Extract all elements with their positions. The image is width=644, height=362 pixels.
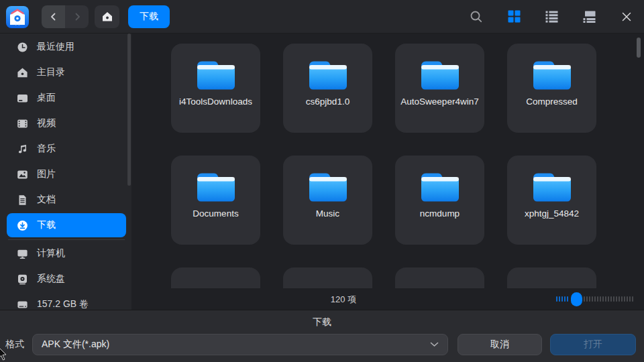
- folder-icon: [530, 56, 574, 93]
- format-selected-value: APK 文件(*.apk): [42, 339, 109, 351]
- file-view-scrollbar[interactable]: [637, 38, 641, 58]
- folder-icon: [306, 168, 350, 204]
- sidebar-item-label: 桌面: [37, 92, 56, 104]
- slider-tick: [602, 296, 604, 302]
- slider-tick: [605, 296, 606, 302]
- status-bar: 120 项: [131, 288, 644, 310]
- folder-tile[interactable]: ncmdump: [395, 156, 484, 245]
- sidebar-item-label: 下载: [37, 219, 56, 231]
- sidebar-item-label: 文档: [37, 194, 56, 206]
- forward-button[interactable]: [65, 5, 89, 28]
- list-view-icon: [545, 10, 558, 23]
- folder-name: ncmdump: [420, 208, 460, 221]
- folder-tile-partial[interactable]: [283, 267, 372, 288]
- document-icon: [17, 194, 28, 206]
- video-icon: [17, 118, 28, 129]
- folder-tile[interactable]: Documents: [171, 156, 260, 245]
- sidebar-item-label: 最近使用: [37, 41, 74, 53]
- format-label: 格式: [5, 339, 27, 351]
- home-icon: [101, 11, 113, 23]
- sidebar-item-image[interactable]: 图片: [7, 162, 126, 186]
- sidebar-item-volume[interactable]: 157.2 GB 卷: [7, 292, 126, 310]
- app-logo-icon: [5, 5, 30, 29]
- format-select[interactable]: APK 文件(*.apk): [32, 334, 448, 355]
- slider-tick: [592, 296, 593, 302]
- sidebar-item-label: 图片: [37, 168, 56, 180]
- open-button[interactable]: 打开: [550, 334, 636, 355]
- slider-tick: [627, 296, 628, 302]
- slider-tick: [567, 296, 568, 302]
- slider-tick: [613, 296, 614, 302]
- slider-tick: [589, 296, 590, 302]
- dialog-title: 下载: [0, 316, 644, 328]
- clock-icon: [17, 42, 28, 53]
- sidebar-item-download[interactable]: 下载: [7, 213, 126, 237]
- sidebar-item-home[interactable]: 主目录: [7, 60, 126, 84]
- cancel-button[interactable]: 取消: [458, 334, 542, 355]
- slider-tick: [608, 296, 609, 302]
- folder-tile[interactable]: Music: [283, 156, 372, 245]
- sidebar-item-label: 计算机: [37, 247, 65, 259]
- folder-tile[interactable]: xphtgj_54842: [507, 156, 596, 245]
- folder-tile[interactable]: Compressed: [507, 44, 596, 133]
- folder-name: i4ToolsDownloads: [179, 96, 252, 109]
- sidebar-item-computer[interactable]: 计算机: [7, 241, 126, 265]
- folder-tile[interactable]: i4ToolsDownloads: [171, 44, 260, 133]
- file-manager-window: 下载: [0, 0, 644, 362]
- sidebar-item-label: 系统盘: [37, 273, 65, 285]
- slider-tick: [556, 296, 557, 302]
- folder-icon: [194, 168, 238, 204]
- slider-tick: [629, 296, 631, 302]
- folder-name: AutoSweeper4win7: [400, 96, 478, 109]
- sidebar-scrollbar[interactable]: [127, 34, 131, 186]
- sidebar-item-music[interactable]: 音乐: [7, 137, 126, 161]
- back-button[interactable]: [42, 5, 65, 28]
- slider-tick: [597, 296, 598, 302]
- sidebar-item-video[interactable]: 视频: [7, 111, 126, 135]
- mouse-cursor: [0, 348, 7, 362]
- close-button[interactable]: [617, 7, 636, 26]
- sidebar-item-label: 音乐: [37, 143, 56, 155]
- sidebar-item-system-disk[interactable]: 系统盘: [7, 267, 126, 291]
- folder-name: Documents: [193, 208, 238, 221]
- folder-tile-partial[interactable]: [507, 267, 596, 288]
- system-disk-icon: [17, 274, 28, 285]
- home-button[interactable]: [95, 5, 119, 28]
- sidebar-divider: [8, 239, 125, 240]
- folder-icon: [306, 56, 350, 93]
- slider-tick: [632, 296, 633, 302]
- open-dialog-panel: 下载 格式 APK 文件(*.apk) 取消 打开: [0, 310, 644, 362]
- search-button[interactable]: [467, 7, 486, 26]
- slider-tick: [624, 296, 625, 302]
- folder-tile[interactable]: cs6pjbd1.0: [283, 44, 372, 133]
- slider-handle[interactable]: [571, 292, 582, 306]
- folder-icon: [418, 56, 462, 93]
- slider-tick: [610, 296, 612, 302]
- search-icon: [469, 9, 484, 24]
- folder-tile[interactable]: AutoSweeper4win7: [395, 44, 484, 133]
- folder-name: xphtgj_54842: [525, 208, 579, 221]
- sidebar-item-clock[interactable]: 最近使用: [7, 35, 126, 59]
- home-icon: [17, 67, 28, 78]
- icon-size-slider[interactable]: [556, 288, 635, 310]
- breadcrumb-current[interactable]: 下载: [128, 5, 170, 28]
- detail-view-button[interactable]: [580, 7, 598, 26]
- sidebar-item-label: 视频: [37, 117, 56, 129]
- computer-icon: [17, 248, 28, 259]
- chevron-right-icon: [71, 11, 83, 23]
- chevron-left-icon: [48, 11, 60, 23]
- slider-tick: [584, 296, 585, 302]
- folder-tile-partial[interactable]: [171, 267, 260, 288]
- sidebar-item-document[interactable]: 文档: [7, 188, 126, 212]
- grid-view-button[interactable]: [504, 7, 523, 26]
- sidebar-item-desktop[interactable]: 桌面: [7, 86, 126, 110]
- slider-tick: [616, 296, 617, 302]
- slider-tick: [594, 296, 596, 302]
- slider-tick: [600, 296, 601, 302]
- folder-name: Compressed: [526, 96, 578, 109]
- folder-icon: [418, 168, 462, 204]
- list-view-button[interactable]: [542, 7, 561, 26]
- music-icon: [17, 143, 28, 155]
- folder-icon: [194, 56, 238, 93]
- folder-tile-partial[interactable]: [395, 267, 484, 288]
